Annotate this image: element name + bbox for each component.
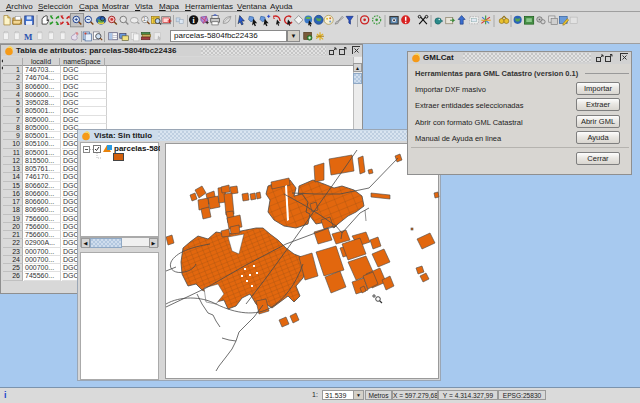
svg-text:M: M: [24, 32, 33, 42]
svg-text:parcelas-580: parcelas-580: [114, 144, 160, 153]
svg-text:1:: 1:: [143, 17, 147, 22]
